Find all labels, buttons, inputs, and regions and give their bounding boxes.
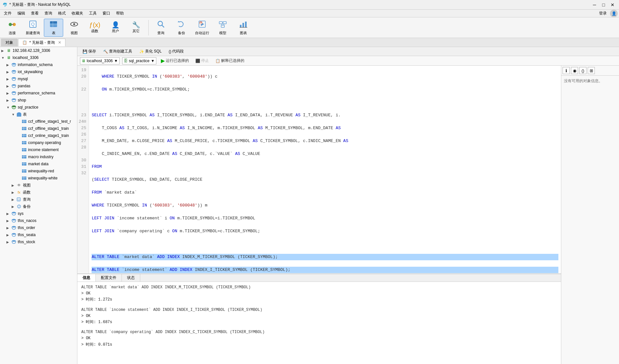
- db-tfos-stock[interactable]: ▶ tfos_stock: [0, 238, 77, 245]
- connection-select[interactable]: 🖥 localhost_3306 ▼: [80, 57, 120, 64]
- db-icon-sys: [11, 211, 17, 216]
- toolbar-function[interactable]: ƒ(x) 函数: [85, 19, 104, 37]
- table-market-data[interactable]: market data: [0, 160, 77, 168]
- obj-info-button[interactable]: ℹ: [563, 67, 570, 74]
- connection-local[interactable]: ▼ 🖥 localhost_3306: [0, 54, 77, 61]
- result-time-3: > 时间: 0.071s: [81, 342, 557, 348]
- run-icon: ▶: [161, 58, 165, 64]
- table-icon-2: [21, 126, 27, 131]
- svg-rect-34: [22, 120, 26, 123]
- toolbar-backup[interactable]: 备份: [172, 19, 191, 37]
- svg-point-30: [12, 91, 16, 93]
- menu-format[interactable]: 格式: [55, 10, 68, 17]
- backup2-icon: 2: [16, 204, 22, 209]
- toolbar-user[interactable]: 👤 用户: [106, 19, 125, 37]
- table-company-operating[interactable]: company operating: [0, 139, 77, 146]
- result-sql-3: ALTER TABLE `company operating` ADD INDE…: [81, 329, 557, 335]
- folder-views[interactable]: ▶ 👁 视图: [0, 182, 77, 189]
- connection-remote[interactable]: ▶ 🖥 192.168.42.128_3306: [0, 47, 77, 54]
- toolbar-other[interactable]: 🔧 其它: [126, 19, 146, 37]
- db-information-schema[interactable]: ▶ information_schema: [0, 61, 77, 68]
- db-mysql[interactable]: ▶ mysql: [0, 75, 77, 82]
- user-login[interactable]: 登录: [596, 10, 609, 17]
- table-winequality-white-label: winequality-white: [28, 176, 57, 180]
- database-select[interactable]: 🗄 sql_practice ▼: [122, 57, 156, 64]
- table-ccf-online-train[interactable]: ccf_online_stage1_train: [0, 132, 77, 139]
- svg-rect-43: [22, 141, 26, 144]
- db-pandas[interactable]: ▶ pandas: [0, 82, 77, 90]
- explain-button[interactable]: 📋 解释已选择的: [213, 57, 246, 64]
- toolbar-table-label: 表: [52, 31, 55, 35]
- code-snippet-button[interactable]: () 代码段: [166, 48, 186, 55]
- db-iot-skywalking[interactable]: ▶ iot_skywalking: [0, 68, 77, 75]
- tab-objects[interactable]: 对象: [1, 39, 17, 46]
- maximize-button[interactable]: □: [600, 2, 607, 8]
- menu-view[interactable]: 查看: [28, 10, 41, 17]
- menu-edit[interactable]: 编辑: [15, 10, 28, 17]
- db-tfos-seata[interactable]: ▶ tfos_seata: [0, 231, 77, 238]
- results-tab-config[interactable]: 配置文件: [96, 274, 122, 282]
- db-tfos-nacos[interactable]: ▶ tfos_nacos: [0, 217, 77, 224]
- toolbar-new-query[interactable]: Q 新建查询: [23, 19, 43, 37]
- table-ccf-offline-train[interactable]: ccf_offline_stage1_train: [0, 125, 77, 132]
- table-income-statement[interactable]: income statement: [0, 146, 77, 153]
- obj-grid-button[interactable]: ⊞: [588, 67, 595, 74]
- toolbar-model[interactable]: 模型: [213, 19, 232, 37]
- run-selected-button[interactable]: ▶ 运行已选择的: [159, 57, 191, 64]
- toolbar-query[interactable]: 查询: [151, 19, 171, 37]
- code-editor[interactable]: 19 20 22 23 24⊟ 25 26 27 28: [77, 66, 561, 274]
- results-tab-status[interactable]: 状态: [122, 274, 140, 282]
- tab-query[interactable]: 📋 * 无标题 - 查询 ✕: [18, 39, 65, 46]
- menu-help[interactable]: 帮助: [113, 10, 126, 17]
- save-button[interactable]: 💾 保存: [80, 48, 99, 55]
- db-performance-schema[interactable]: ▶ performance_schema: [0, 90, 77, 97]
- toolbar-autorun[interactable]: ⏰ 自动运行: [192, 19, 212, 37]
- table-ccf-offline-train-label: ccf_offline_stage1_train: [28, 126, 69, 131]
- toolbar-view[interactable]: 视图: [64, 19, 84, 37]
- user-avatar[interactable]: 👤: [610, 10, 618, 17]
- minimize-button[interactable]: ─: [591, 2, 598, 8]
- folder-tables[interactable]: ▼ 表: [0, 111, 77, 118]
- query-builder-button[interactable]: 🔨 查询创建工具: [101, 48, 135, 55]
- db-information-schema-label: information_schema: [18, 62, 53, 67]
- menu-favorites[interactable]: 收藏夹: [69, 10, 86, 17]
- close-button[interactable]: ✕: [609, 2, 616, 8]
- results-tab-info[interactable]: 信息: [77, 274, 96, 282]
- view-icon: [70, 20, 79, 30]
- db-tfos-order[interactable]: ▶ tfos_order: [0, 224, 77, 231]
- code-content[interactable]: WHERE TICKER_SYMBOL IN ('600383', '60004…: [89, 66, 561, 273]
- toolbar-chart[interactable]: 图表: [234, 19, 253, 37]
- titlebar-controls: ─ □ ✕: [591, 2, 616, 8]
- autorun-icon: ⏰: [198, 20, 207, 30]
- db-sys[interactable]: ▶ sys: [0, 210, 77, 217]
- tab-close-icon[interactable]: ✕: [58, 40, 61, 45]
- toolbar-table[interactable]: 表: [44, 19, 63, 37]
- table-macro-industry[interactable]: macro industry: [0, 153, 77, 160]
- menu-window[interactable]: 窗口: [100, 10, 113, 17]
- table-icon-9: [21, 176, 27, 181]
- obj-eye-button[interactable]: ◉: [571, 67, 578, 74]
- folder-backup[interactable]: ▶ 2 备份: [0, 203, 77, 210]
- backup-icon: [177, 20, 186, 30]
- stop-button[interactable]: ⬛ 停止: [193, 57, 211, 64]
- stop-label: 停止: [201, 58, 209, 63]
- svg-point-29: [12, 84, 16, 86]
- toolbar-connect[interactable]: 连接: [3, 19, 22, 37]
- db-shop[interactable]: ▶ shop: [0, 97, 77, 104]
- svg-point-68: [12, 233, 16, 235]
- obj-parens-button[interactable]: (): [579, 67, 586, 74]
- table-winequality-white[interactable]: winequality-white: [0, 175, 77, 182]
- menu-query[interactable]: 查询: [42, 10, 55, 17]
- folder-functions[interactable]: ▶ fx 函数: [0, 189, 77, 196]
- svg-point-69: [12, 240, 16, 242]
- beautify-button[interactable]: ✨ 美化 SQL: [137, 48, 164, 55]
- db-sql-practice[interactable]: ▼ sql_practice: [0, 104, 77, 111]
- folder-queries[interactable]: ▶ Q 查询: [0, 196, 77, 203]
- table-ccf-offline-test[interactable]: ccf_offline_stage1_test_r: [0, 118, 77, 125]
- menu-tools[interactable]: 工具: [86, 10, 99, 17]
- svg-line-12: [162, 25, 164, 27]
- menu-file[interactable]: 文件: [1, 10, 14, 17]
- table-winequality-red[interactable]: winequality-red: [0, 168, 77, 175]
- toolbar-chart-label: 图表: [240, 31, 247, 35]
- db-icon-4: [11, 83, 17, 89]
